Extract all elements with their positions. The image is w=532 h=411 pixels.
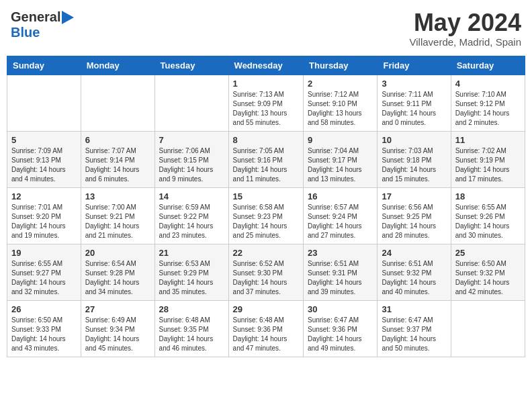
day-number: 29 [233,304,299,314]
month-title: May 2024 [410,9,521,36]
calendar-cell: 10Sunrise: 7:03 AMSunset: 9:18 PMDayligh… [378,131,451,187]
calendar-cell: 6Sunrise: 7:07 AMSunset: 9:14 PMDaylight… [81,131,154,187]
day-number: 17 [382,191,446,201]
day-info: Sunrise: 6:47 AMSunset: 9:37 PMDaylight:… [382,316,446,353]
col-header-wednesday: Wednesday [228,56,303,75]
day-info: Sunrise: 6:59 AMSunset: 9:22 PMDaylight:… [159,203,224,240]
day-info: Sunrise: 7:07 AMSunset: 9:14 PMDaylight:… [85,146,150,184]
col-header-friday: Friday [378,56,451,75]
calendar-cell: 15Sunrise: 6:58 AMSunset: 9:23 PMDayligh… [228,187,303,244]
day-info: Sunrise: 6:55 AMSunset: 9:27 PMDaylight:… [11,259,77,297]
day-number: 5 [11,135,77,145]
calendar-cell: 16Sunrise: 6:57 AMSunset: 9:24 PMDayligh… [304,187,378,244]
day-info: Sunrise: 6:51 AMSunset: 9:31 PMDaylight:… [308,259,373,297]
day-info: Sunrise: 7:04 AMSunset: 9:17 PMDaylight:… [308,146,373,184]
day-number: 8 [233,135,299,145]
day-info: Sunrise: 7:12 AMSunset: 9:10 PMDaylight:… [308,90,373,128]
calendar-cell: 19Sunrise: 6:55 AMSunset: 9:27 PMDayligh… [7,244,81,300]
day-number: 27 [85,304,150,314]
location: Villaverde, Madrid, Spain [410,36,521,48]
calendar-cell: 26Sunrise: 6:50 AMSunset: 9:33 PMDayligh… [7,300,81,357]
day-number: 9 [308,135,373,145]
day-number: 16 [308,191,373,201]
day-info: Sunrise: 7:13 AMSunset: 9:09 PMDaylight:… [233,90,299,128]
day-number: 3 [382,79,446,89]
calendar-week-4: 19Sunrise: 6:55 AMSunset: 9:27 PMDayligh… [7,244,525,300]
calendar-cell: 12Sunrise: 7:01 AMSunset: 9:20 PMDayligh… [7,187,81,244]
col-header-tuesday: Tuesday [154,56,228,75]
day-info: Sunrise: 6:51 AMSunset: 9:32 PMDaylight:… [382,259,446,297]
calendar-cell: 9Sunrise: 7:04 AMSunset: 9:17 PMDaylight… [304,131,378,187]
day-info: Sunrise: 7:09 AMSunset: 9:13 PMDaylight:… [11,146,77,184]
calendar-cell: 2Sunrise: 7:12 AMSunset: 9:10 PMDaylight… [304,75,378,131]
day-number: 13 [85,191,150,201]
calendar-cell: 18Sunrise: 6:55 AMSunset: 9:26 PMDayligh… [451,187,525,244]
title-section: May 2024 Villaverde, Madrid, Spain [410,9,521,48]
day-info: Sunrise: 7:03 AMSunset: 9:18 PMDaylight:… [382,146,446,184]
day-number: 15 [233,191,299,201]
day-number: 26 [11,304,77,314]
day-info: Sunrise: 6:50 AMSunset: 9:33 PMDaylight:… [11,316,77,353]
calendar-cell [451,300,525,357]
day-info: Sunrise: 6:55 AMSunset: 9:26 PMDaylight:… [455,203,521,240]
calendar-cell: 24Sunrise: 6:51 AMSunset: 9:32 PMDayligh… [378,244,451,300]
day-number: 14 [159,191,224,201]
calendar-cell: 22Sunrise: 6:52 AMSunset: 9:30 PMDayligh… [228,244,303,300]
day-number: 31 [382,304,446,314]
calendar-cell: 5Sunrise: 7:09 AMSunset: 9:13 PMDaylight… [7,131,81,187]
day-number: 6 [85,135,150,145]
day-number: 12 [11,191,77,201]
day-info: Sunrise: 6:56 AMSunset: 9:25 PMDaylight:… [382,203,446,240]
calendar-cell: 28Sunrise: 6:48 AMSunset: 9:35 PMDayligh… [154,300,228,357]
calendar-cell: 25Sunrise: 6:50 AMSunset: 9:32 PMDayligh… [451,244,525,300]
calendar-cell: 21Sunrise: 6:53 AMSunset: 9:29 PMDayligh… [154,244,228,300]
calendar-table: SundayMondayTuesdayWednesdayThursdayFrid… [7,56,525,357]
calendar-cell: 1Sunrise: 7:13 AMSunset: 9:09 PMDaylight… [228,75,303,131]
day-info: Sunrise: 6:52 AMSunset: 9:30 PMDaylight:… [233,259,299,297]
day-number: 23 [308,248,373,258]
calendar-week-1: 1Sunrise: 7:13 AMSunset: 9:09 PMDaylight… [7,75,525,131]
calendar-cell: 14Sunrise: 6:59 AMSunset: 9:22 PMDayligh… [154,187,228,244]
day-info: Sunrise: 6:49 AMSunset: 9:34 PMDaylight:… [85,316,150,353]
calendar-cell [81,75,154,131]
logo-general: General [11,9,60,25]
calendar-cell: 3Sunrise: 7:11 AMSunset: 9:11 PMDaylight… [378,75,451,131]
col-header-saturday: Saturday [451,56,525,75]
page-header: General Blue May 2024 Villaverde, Madrid… [7,7,525,50]
calendar-cell: 27Sunrise: 6:49 AMSunset: 9:34 PMDayligh… [81,300,154,357]
day-info: Sunrise: 7:11 AMSunset: 9:11 PMDaylight:… [382,90,446,128]
day-number: 4 [455,79,521,89]
day-info: Sunrise: 6:47 AMSunset: 9:36 PMDaylight:… [308,316,373,353]
day-info: Sunrise: 7:05 AMSunset: 9:16 PMDaylight:… [233,146,299,184]
calendar-cell [154,75,228,131]
day-info: Sunrise: 7:00 AMSunset: 9:21 PMDaylight:… [85,203,150,240]
day-info: Sunrise: 7:10 AMSunset: 9:12 PMDaylight:… [455,90,521,128]
col-header-sunday: Sunday [7,56,81,75]
col-header-thursday: Thursday [304,56,378,75]
day-info: Sunrise: 7:01 AMSunset: 9:20 PMDaylight:… [11,203,77,240]
day-info: Sunrise: 6:48 AMSunset: 9:35 PMDaylight:… [159,316,224,353]
calendar-week-2: 5Sunrise: 7:09 AMSunset: 9:13 PMDaylight… [7,131,525,187]
day-info: Sunrise: 7:06 AMSunset: 9:15 PMDaylight:… [159,146,224,184]
calendar-cell: 13Sunrise: 7:00 AMSunset: 9:21 PMDayligh… [81,187,154,244]
svg-marker-0 [62,11,74,24]
day-info: Sunrise: 6:54 AMSunset: 9:28 PMDaylight:… [85,259,150,297]
day-number: 20 [85,248,150,258]
calendar-cell: 7Sunrise: 7:06 AMSunset: 9:15 PMDaylight… [154,131,228,187]
calendar-cell: 20Sunrise: 6:54 AMSunset: 9:28 PMDayligh… [81,244,154,300]
calendar-header-row: SundayMondayTuesdayWednesdayThursdayFrid… [7,56,525,75]
day-number: 11 [455,135,521,145]
col-header-monday: Monday [81,56,154,75]
day-number: 19 [11,248,77,258]
calendar-cell: 11Sunrise: 7:02 AMSunset: 9:19 PMDayligh… [451,131,525,187]
calendar-cell: 29Sunrise: 6:48 AMSunset: 9:36 PMDayligh… [228,300,303,357]
calendar-week-3: 12Sunrise: 7:01 AMSunset: 9:20 PMDayligh… [7,187,525,244]
day-number: 30 [308,304,373,314]
day-number: 1 [233,79,299,89]
logo-arrow-icon [60,11,74,24]
calendar-cell: 17Sunrise: 6:56 AMSunset: 9:25 PMDayligh… [378,187,451,244]
day-info: Sunrise: 6:57 AMSunset: 9:24 PMDaylight:… [308,203,373,240]
day-number: 10 [382,135,446,145]
logo-blue: Blue [11,25,40,40]
day-number: 7 [159,135,224,145]
